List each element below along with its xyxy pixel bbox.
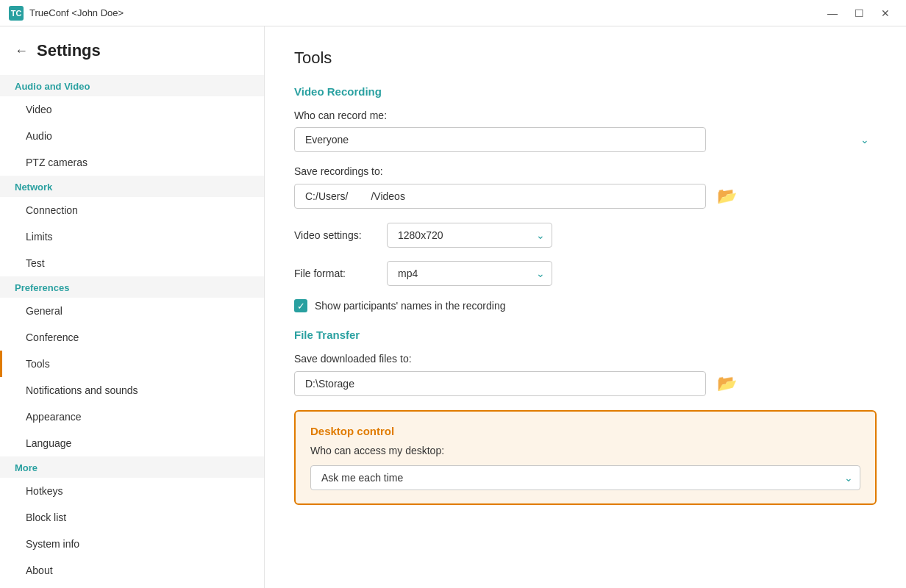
- sidebar-header: ← Settings: [0, 26, 264, 75]
- video-settings-label: Video settings:: [294, 229, 375, 241]
- sidebar-item-about[interactable]: About: [0, 557, 264, 584]
- who-can-record-row: Who can record me: Everyone No one Conta…: [294, 110, 877, 152]
- sidebar-item-audio[interactable]: Audio: [0, 123, 264, 149]
- desktop-access-wrapper: Ask me each time Everyone No one Contact…: [310, 465, 860, 490]
- desktop-control-box: Desktop control Who can access my deskto…: [294, 410, 877, 505]
- sidebar-item-language[interactable]: Language: [0, 430, 264, 456]
- save-path-container: [294, 184, 706, 209]
- who-can-record-label: Who can record me:: [294, 110, 877, 121]
- sidebar-item-video[interactable]: Video: [0, 96, 264, 123]
- minimize-button[interactable]: —: [821, 4, 844, 22]
- sidebar-item-general[interactable]: General: [0, 298, 264, 324]
- section-header-preferences: Preferences: [0, 276, 264, 298]
- folder-icon: 📂: [717, 187, 737, 206]
- save-recordings-folder-button[interactable]: 📂: [713, 183, 740, 209]
- file-format-row: File format: mp4 avi mkv ⌄: [294, 261, 877, 286]
- app-body: ← Settings Audio and Video Video Audio P…: [0, 26, 906, 588]
- sidebar-item-test[interactable]: Test: [0, 250, 264, 276]
- sidebar-item-limits[interactable]: Limits: [0, 223, 264, 250]
- who-can-record-wrapper: Everyone No one Contacts only ⌄: [294, 127, 877, 152]
- titlebar-controls: — ☐ ✕: [821, 4, 897, 22]
- titlebar-left: TC TrueConf <John Doe>: [9, 6, 124, 21]
- save-files-folder-button[interactable]: 📂: [713, 370, 740, 397]
- save-files-input[interactable]: [294, 371, 706, 396]
- sidebar-item-appearance[interactable]: Appearance: [0, 404, 264, 430]
- file-format-select[interactable]: mp4 avi mkv: [387, 261, 552, 286]
- sidebar-item-sysinfo[interactable]: System info: [0, 531, 264, 557]
- video-settings-row: Video settings: 1280x720 1920x1080 640x4…: [294, 223, 877, 248]
- back-button[interactable]: ←: [15, 43, 28, 59]
- section-header-network: Network: [0, 176, 264, 197]
- section-header-audio-video: Audio and Video: [0, 75, 264, 96]
- video-settings-select[interactable]: 1280x720 1920x1080 640x480: [387, 223, 552, 248]
- save-files-row: 📂: [294, 370, 877, 397]
- file-format-wrapper: mp4 avi mkv ⌄: [387, 261, 552, 286]
- folder-icon-2: 📂: [717, 374, 737, 393]
- save-files-label: Save downloaded files to:: [294, 353, 877, 365]
- who-can-record-select[interactable]: Everyone No one Contacts only: [294, 127, 706, 152]
- show-names-checkbox[interactable]: ✓: [294, 299, 307, 312]
- sidebar-item-conference[interactable]: Conference: [0, 324, 264, 351]
- sidebar-item-hotkeys[interactable]: Hotkeys: [0, 478, 264, 504]
- page-title: Tools: [294, 49, 877, 68]
- desktop-access-label: Who can access my desktop:: [310, 445, 860, 456]
- sidebar-title: Settings: [37, 41, 101, 60]
- file-transfer-section-title: File Transfer: [294, 329, 877, 341]
- file-format-label: File format:: [294, 268, 375, 279]
- sidebar: ← Settings Audio and Video Video Audio P…: [0, 26, 265, 588]
- save-recordings-row: 📂: [294, 183, 877, 209]
- save-recordings-label: Save recordings to:: [294, 165, 877, 177]
- sidebar-item-tools[interactable]: Tools: [0, 351, 264, 377]
- save-recordings-input[interactable]: [294, 184, 706, 209]
- sidebar-item-blocklist[interactable]: Block list: [0, 504, 264, 531]
- who-can-record-chevron-icon: ⌄: [860, 134, 869, 146]
- desktop-control-title: Desktop control: [310, 425, 860, 437]
- section-header-more: More: [0, 456, 264, 478]
- app-icon: TC: [9, 6, 24, 21]
- sidebar-item-notifications[interactable]: Notifications and sounds: [0, 377, 264, 404]
- titlebar-title: TrueConf <John Doe>: [29, 7, 124, 18]
- show-names-row: ✓ Show participants' names in the record…: [294, 299, 877, 312]
- sidebar-item-connection[interactable]: Connection: [0, 197, 264, 223]
- sidebar-item-ptz[interactable]: PTZ cameras: [0, 149, 264, 176]
- main-content: Tools Video Recording Who can record me:…: [265, 26, 906, 588]
- close-button[interactable]: ✕: [874, 4, 897, 22]
- video-settings-wrapper: 1280x720 1920x1080 640x480 ⌄: [387, 223, 552, 248]
- show-names-label: Show participants' names in the recordin…: [315, 300, 505, 312]
- maximize-button[interactable]: ☐: [847, 4, 871, 22]
- video-recording-section-title: Video Recording: [294, 85, 877, 98]
- desktop-access-select[interactable]: Ask me each time Everyone No one Contact…: [310, 465, 860, 490]
- titlebar: TC TrueConf <John Doe> — ☐ ✕: [0, 0, 906, 26]
- checkmark-icon: ✓: [297, 301, 305, 311]
